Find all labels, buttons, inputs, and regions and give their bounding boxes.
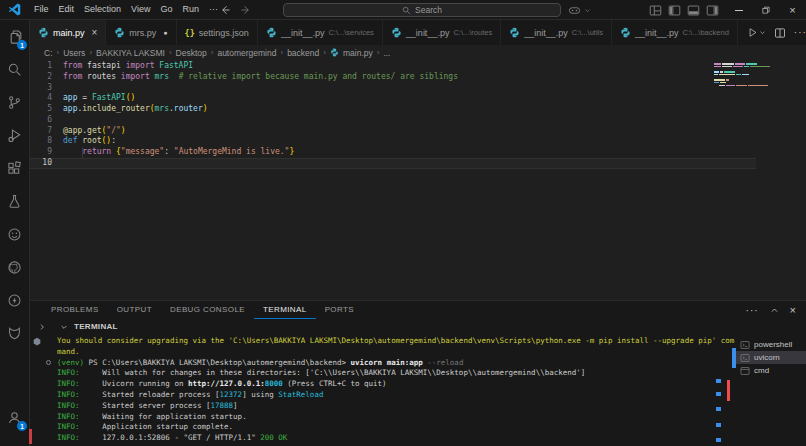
breadcrumb-separator: ›	[169, 48, 172, 57]
tab-mrs-py[interactable]: mrs.py ●	[106, 20, 176, 45]
fox-extension-icon[interactable]	[0, 317, 29, 350]
menu-selection[interactable]: Selection	[79, 0, 126, 19]
close-tab-icon[interactable]: ×	[92, 28, 98, 38]
maximize-panel-icon[interactable]	[770, 306, 779, 315]
github-icon[interactable]	[0, 251, 29, 284]
customize-layout-icon[interactable]	[649, 4, 662, 17]
command-decoration-circle	[46, 360, 51, 365]
terminal-item-cmd[interactable]: cmd	[736, 364, 806, 377]
overview-command-mark	[716, 379, 721, 383]
cmd-icon	[740, 366, 750, 376]
more-actions-icon[interactable]: ···	[794, 27, 806, 38]
terminal-line: INFO: Started reloader process [12372] u…	[57, 390, 734, 401]
breadcrumb-item[interactable]: Desktop	[176, 48, 207, 58]
breadcrumb-item[interactable]: backend	[287, 48, 319, 58]
vscode-logo-icon	[8, 3, 21, 16]
back-arrow-icon[interactable]	[219, 4, 231, 16]
menu-file[interactable]: File	[29, 0, 54, 19]
unsaved-dot-icon[interactable]: ●	[163, 29, 167, 36]
run-debug-icon[interactable]	[0, 119, 29, 152]
search-view-icon[interactable]	[0, 53, 29, 86]
overview-command-mark	[716, 407, 721, 411]
explorer-badge: 1	[17, 40, 27, 50]
panel-left-red-mark	[29, 429, 32, 444]
tab-main-py[interactable]: main.py ×	[30, 20, 106, 45]
activity-bar: 1 1	[0, 20, 30, 446]
tab-label: settings.json	[199, 28, 249, 38]
toggle-panel-icon[interactable]	[687, 4, 700, 17]
tab-debug-console[interactable]: DEBUG CONSOLE	[161, 301, 254, 319]
toggle-primary-sidebar-icon[interactable]	[668, 4, 681, 17]
terminal-line: INFO: Application startup complete.	[57, 422, 734, 433]
tab-path: C:\...\services	[328, 28, 373, 37]
minimize-button[interactable]	[725, 0, 752, 20]
close-window-button[interactable]: ×	[779, 0, 806, 20]
split-editor-icon[interactable]	[774, 27, 786, 39]
tab-init-services[interactable]: __init__.py C:\...\services	[258, 20, 383, 45]
panel-tab-bar: PROBLEMS OUTPUT DEBUG CONSOLE TERMINAL P…	[30, 301, 806, 319]
copilot-button[interactable]	[568, 3, 591, 17]
menu-go[interactable]: Go	[155, 0, 177, 19]
testing-icon[interactable]	[0, 185, 29, 218]
explorer-icon[interactable]: 1	[0, 20, 29, 53]
search-icon	[402, 6, 411, 15]
tab-output[interactable]: OUTPUT	[108, 301, 161, 319]
editor-actions: ···	[738, 20, 806, 45]
tab-label: __init__.py	[281, 28, 325, 38]
code-line: def root():	[63, 136, 458, 147]
forward-arrow-icon[interactable]	[240, 4, 252, 16]
overview-command-mark	[716, 423, 721, 427]
thunder-client-icon[interactable]	[0, 284, 29, 317]
chevron-right-icon[interactable]	[38, 323, 46, 331]
breadcrumb-item[interactable]: C:	[44, 48, 53, 58]
line-number: 5	[30, 104, 52, 115]
breadcrumb-item[interactable]: Users	[63, 48, 85, 58]
code-line: app = FastAPI()	[63, 93, 458, 104]
restore-button[interactable]	[752, 0, 779, 20]
python-file-icon	[266, 27, 277, 38]
tab-path: C:\...\routes	[453, 28, 492, 37]
vscode-window: { "titlebar": { "menus": ["File", "Edit"…	[0, 0, 806, 446]
code-editor[interactable]: 12345678910 from fastapi import FastAPIf…	[30, 60, 806, 300]
extensions-icon[interactable]	[0, 152, 29, 185]
search-input[interactable]: Search	[283, 3, 561, 17]
tab-settings-json[interactable]: {} settings.json	[177, 20, 258, 45]
terminal-line: INFO: 127.0.0.1:52806 - "GET / HTTP/1.1"…	[57, 433, 734, 444]
menu-view[interactable]: View	[126, 0, 155, 19]
tab-terminal[interactable]: TERMINAL	[254, 301, 316, 319]
breadcrumb-item[interactable]: BAKKIYA LAKSMI	[96, 48, 165, 58]
breadcrumb-item[interactable]: ...	[383, 48, 390, 58]
python-file-icon	[509, 27, 520, 38]
breadcrumb-item[interactable]: automergemind	[217, 48, 276, 58]
menu-edit[interactable]: Edit	[54, 0, 80, 19]
smiley-extension-icon[interactable]	[0, 218, 29, 251]
terminal-item-uvicorn[interactable]: uvicorn	[736, 351, 806, 364]
line-number: 1	[30, 61, 52, 72]
breadcrumb-item[interactable]: main.py	[343, 48, 373, 58]
terminal-icon	[740, 353, 750, 363]
tab-init-utils[interactable]: __init__.py C:\...\utils	[501, 20, 612, 45]
breadcrumb-separator: ›	[377, 48, 380, 57]
code-line: from routes import mrs # relative import…	[63, 72, 458, 83]
menu-run[interactable]: Run	[177, 0, 204, 19]
minimap[interactable]	[714, 63, 778, 87]
run-python-file-button[interactable]	[747, 27, 766, 38]
account-icon[interactable]: 1	[0, 401, 29, 434]
overview-command-mark	[716, 392, 721, 396]
tab-ports[interactable]: PORTS	[316, 301, 363, 319]
tab-label: __init__.py	[635, 28, 679, 38]
tab-init-routes[interactable]: __init__.py C:\...\routes	[383, 20, 501, 45]
toggle-secondary-sidebar-icon[interactable]	[706, 4, 719, 17]
code-line: return {"message": "AutoMergeMind is liv…	[63, 147, 458, 158]
tab-init-backend[interactable]: __init__.py C:\...\backend	[612, 20, 738, 45]
terminal-item-powershell[interactable]: powershell	[736, 338, 806, 351]
overview-command-mark	[716, 438, 721, 442]
terminal-output[interactable]: You should consider upgrading via the 'C…	[57, 336, 734, 444]
panel-more-icon[interactable]: ···	[746, 305, 759, 316]
overview-error-mark	[727, 380, 730, 401]
close-panel-icon[interactable]: ×	[790, 305, 796, 316]
tab-problems[interactable]: PROBLEMS	[42, 301, 108, 319]
source-control-icon[interactable]	[0, 86, 29, 119]
chevron-down-icon[interactable]	[60, 323, 68, 331]
python-file-icon	[620, 27, 631, 38]
